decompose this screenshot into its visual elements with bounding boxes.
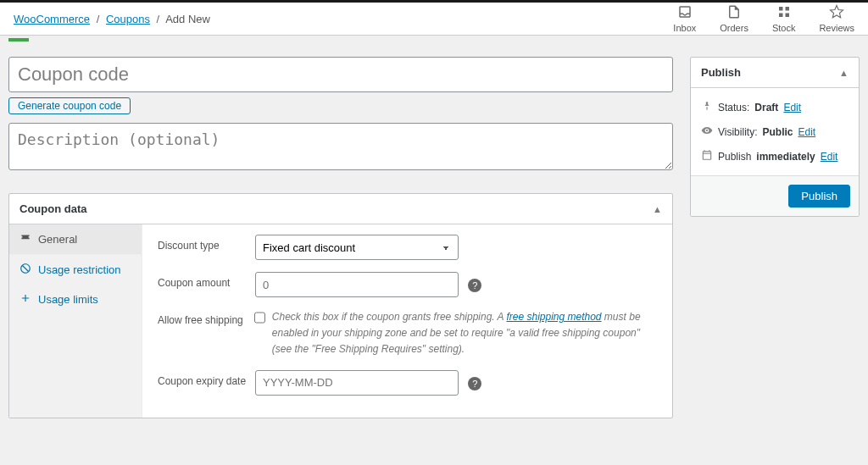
eye-icon bbox=[701, 125, 713, 139]
edit-schedule-link[interactable]: Edit bbox=[821, 151, 838, 163]
panel-toggle[interactable]: ▲ bbox=[839, 68, 849, 78]
generate-coupon-button[interactable]: Generate coupon code bbox=[8, 97, 131, 114]
inbox-icon bbox=[677, 4, 693, 21]
visibility-value: Public bbox=[762, 126, 793, 138]
free-shipping-method-link[interactable]: free shipping method bbox=[506, 311, 601, 323]
nav-orders[interactable]: Orders bbox=[720, 4, 748, 33]
free-shipping-label: Allow free shipping bbox=[158, 309, 254, 326]
publish-button[interactable]: Publish bbox=[788, 185, 850, 208]
free-shipping-checkbox[interactable] bbox=[254, 311, 265, 324]
expiry-input[interactable] bbox=[255, 370, 459, 396]
coupon-description-input[interactable] bbox=[8, 123, 673, 170]
discount-type-select[interactable]: Fixed cart discount bbox=[255, 235, 459, 260]
no-icon bbox=[19, 263, 31, 277]
star-icon bbox=[829, 4, 844, 21]
nav-inbox[interactable]: Inbox bbox=[673, 4, 696, 33]
panel-toggle[interactable]: ▲ bbox=[653, 204, 662, 214]
expiry-label: Coupon expiry date bbox=[158, 370, 255, 387]
tab-usage-restriction[interactable]: Usage restriction bbox=[9, 255, 142, 285]
discount-type-label: Discount type bbox=[158, 235, 255, 252]
help-icon[interactable]: ? bbox=[468, 279, 481, 292]
tab-general[interactable]: General bbox=[9, 224, 142, 255]
coupon-code-input[interactable] bbox=[8, 57, 673, 92]
coupon-amount-input[interactable] bbox=[255, 272, 459, 297]
plus-icon bbox=[19, 292, 31, 307]
coupon-amount-label: Coupon amount bbox=[158, 272, 255, 289]
publish-title: Publish bbox=[701, 66, 741, 79]
edit-status-link[interactable]: Edit bbox=[783, 102, 801, 113]
edit-visibility-link[interactable]: Edit bbox=[798, 126, 815, 138]
status-value: Draft bbox=[754, 102, 778, 113]
calendar-icon bbox=[701, 149, 713, 163]
free-shipping-description: Check this box if the coupon grants free… bbox=[272, 309, 657, 358]
coupon-data-title: Coupon data bbox=[19, 202, 86, 215]
publish-immediately: immediately bbox=[756, 151, 815, 163]
nav-reviews[interactable]: Reviews bbox=[819, 4, 854, 33]
ticket-icon bbox=[19, 232, 31, 246]
breadcrumb: WooCommerce / Coupons / Add New bbox=[14, 13, 210, 25]
nav-stock[interactable]: Stock bbox=[772, 4, 796, 33]
breadcrumb-mid[interactable]: Coupons bbox=[106, 13, 150, 25]
page-icon bbox=[726, 4, 742, 21]
tab-usage-limits[interactable]: Usage limits bbox=[9, 285, 142, 314]
boxes-icon bbox=[776, 4, 792, 21]
pin-icon bbox=[701, 100, 713, 114]
help-icon[interactable]: ? bbox=[468, 377, 481, 390]
breadcrumb-leaf: Add New bbox=[165, 13, 210, 25]
breadcrumb-root[interactable]: WooCommerce bbox=[14, 13, 90, 25]
